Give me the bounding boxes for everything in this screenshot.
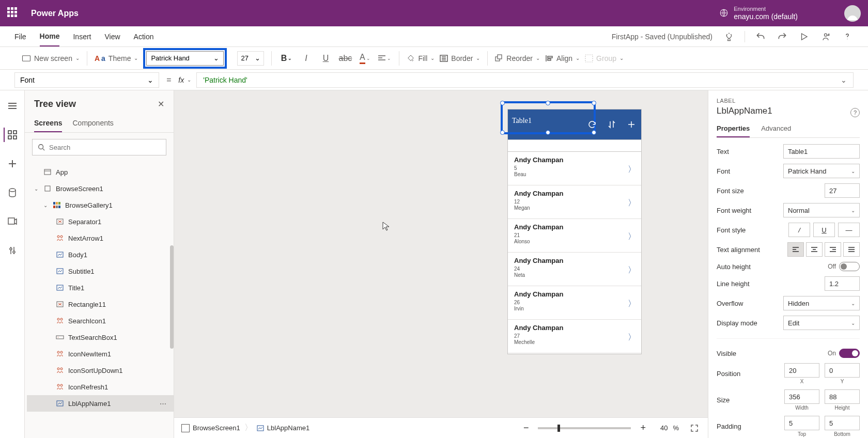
chevron-right-icon[interactable]: 〉	[628, 198, 636, 209]
tree-node-searchicon[interactable]: SearchIcon1	[27, 312, 174, 329]
tree-node-sort[interactable]: IconSortUpDown1	[27, 362, 174, 379]
prop-y-input[interactable]: 0	[825, 363, 860, 378]
close-panel-button[interactable]: ✕	[158, 99, 164, 109]
tree-node-subtitle[interactable]: Subtitle1	[27, 263, 174, 279]
menu-view[interactable]: View	[104, 27, 120, 46]
prop-padtop-input[interactable]: 5	[784, 416, 819, 430]
tab-screens[interactable]: Screens	[34, 115, 62, 132]
italic-toggle[interactable]: /	[788, 223, 810, 237]
prop-overflow-dropdown[interactable]: Hidden⌄	[783, 296, 860, 310]
list-item[interactable]: Andy Champan26Irvin〉	[508, 286, 641, 320]
chevron-right-icon[interactable]: 〉	[628, 231, 636, 242]
help-button[interactable]	[841, 30, 854, 43]
prop-fontsize-input[interactable]: 27	[825, 183, 860, 198]
strikethrough-button[interactable]: abc	[338, 51, 352, 66]
prop-displaymode-dropdown[interactable]: Edit⌄	[783, 316, 860, 330]
align-button[interactable]: Align ⌄	[545, 54, 580, 62]
data-icon[interactable]	[5, 185, 20, 200]
breadcrumb-control[interactable]: LblAppName1	[257, 424, 309, 432]
undo-button[interactable]	[754, 30, 767, 43]
preview-title-label[interactable]: Table1	[512, 117, 532, 125]
property-dropdown[interactable]: Font ⌄	[14, 72, 159, 88]
tree-node-body[interactable]: Body1	[27, 246, 174, 263]
fit-to-window-button[interactable]	[688, 422, 701, 434]
align-left-button[interactable]	[787, 242, 804, 257]
tree-node-browsescreen[interactable]: ⌄BrowseScreen1	[27, 180, 174, 197]
zoom-slider[interactable]	[538, 427, 631, 429]
hamburger-icon[interactable]	[5, 99, 20, 113]
preview-search-box[interactable]	[508, 139, 641, 152]
tab-properties[interactable]: Properties	[717, 121, 750, 137]
user-avatar[interactable]	[844, 5, 861, 22]
tree-node-nextarrow[interactable]: NextArrow1	[27, 230, 174, 246]
menu-insert[interactable]: Insert	[73, 27, 91, 46]
tab-components[interactable]: Components	[72, 115, 113, 132]
tree-node-lblappname[interactable]: LblAppName1⋯	[27, 395, 174, 412]
reorder-button[interactable]: Reorder ⌄	[495, 54, 540, 62]
prop-fontweight-dropdown[interactable]: Normal⌄	[783, 203, 860, 217]
tree-node-gallery[interactable]: ⌄BrowseGallery1	[27, 197, 174, 213]
prop-font-dropdown[interactable]: Patrick Hand⌄	[783, 164, 860, 178]
add-icon[interactable]	[623, 116, 640, 133]
insert-icon[interactable]	[5, 157, 20, 171]
list-item[interactable]: Andy Champan12Megan〉	[508, 185, 641, 219]
chevron-right-icon[interactable]: 〉	[628, 265, 636, 276]
prop-text-input[interactable]: Table1	[783, 144, 860, 159]
underline-button[interactable]: U	[318, 51, 333, 66]
chevron-right-icon[interactable]: 〉	[628, 299, 636, 309]
tree-search[interactable]	[32, 139, 166, 155]
refresh-icon[interactable]	[583, 116, 601, 133]
theme-button[interactable]: Aa Theme ⌄	[95, 54, 138, 62]
font-size-dropdown[interactable]: 27 ⌄	[237, 51, 264, 66]
play-button[interactable]	[798, 30, 810, 43]
share-button[interactable]	[819, 30, 832, 43]
advanced-icon[interactable]	[5, 243, 20, 258]
font-dropdown[interactable]: Patrick Hand ⌄	[146, 51, 224, 66]
media-icon[interactable]	[5, 214, 20, 229]
sort-icon[interactable]	[603, 116, 621, 133]
list-item[interactable]: Andy Champan21Alonso〉	[508, 219, 641, 253]
phone-preview[interactable]: Table1 Andy C	[507, 109, 642, 354]
prop-x-input[interactable]: 20	[784, 363, 819, 378]
prop-width-input[interactable]: 356	[784, 389, 819, 404]
align-justify-button[interactable]	[843, 242, 860, 257]
waffle-icon[interactable]	[7, 7, 20, 20]
redo-button[interactable]	[776, 30, 788, 43]
menu-file[interactable]: File	[14, 27, 26, 46]
tree-search-input[interactable]	[49, 144, 161, 151]
tree-node-app[interactable]: App	[27, 164, 174, 180]
tree-node-newitem[interactable]: IconNewItem1	[27, 346, 174, 362]
fill-button[interactable]: Fill ⌄	[407, 54, 435, 62]
formula-input[interactable]: 'Patrick Hand' ⌄	[196, 72, 854, 88]
bold-button[interactable]: B⌄	[279, 51, 293, 66]
align-right-button[interactable]	[825, 242, 841, 257]
zoom-in-button[interactable]: +	[640, 423, 646, 433]
tree-node-more-icon[interactable]: ⋯	[160, 400, 167, 408]
strikethrough-toggle[interactable]: —	[838, 223, 860, 237]
tree-node-separator[interactable]: Separator1	[27, 213, 174, 230]
tree-node-rectangle[interactable]: Rectangle11	[27, 296, 174, 312]
help-icon[interactable]: ?	[850, 108, 860, 117]
app-checker-icon[interactable]	[723, 30, 735, 43]
italic-button[interactable]: I	[299, 51, 313, 66]
prop-lineheight-input[interactable]: 1.2	[825, 276, 860, 291]
chevron-right-icon[interactable]: 〉	[628, 332, 636, 343]
tab-advanced[interactable]: Advanced	[761, 121, 791, 137]
tree-node-textsearch[interactable]: TextSearchBox1	[27, 329, 174, 346]
list-item[interactable]: Andy Champan27Mechelle〉	[508, 320, 641, 353]
menu-action[interactable]: Action	[134, 27, 154, 46]
environment-picker[interactable]: Environment enayu.com (default)	[719, 6, 798, 21]
breadcrumb-screen[interactable]: BrowseScreen1	[181, 424, 240, 432]
border-button[interactable]: Border ⌄	[440, 54, 480, 62]
text-align-button[interactable]: ⌄	[377, 51, 392, 66]
list-item[interactable]: Andy Champan24Neta〉	[508, 253, 641, 286]
visible-toggle[interactable]	[839, 349, 860, 358]
underline-toggle[interactable]: U	[813, 223, 835, 237]
new-screen-button[interactable]: New screen ⌄	[22, 54, 80, 62]
menu-home[interactable]: Home	[40, 27, 60, 46]
prop-height-input[interactable]: 88	[825, 389, 860, 404]
align-center-button[interactable]	[806, 242, 823, 257]
list-item[interactable]: Andy Champan5Beau〉	[508, 152, 641, 185]
tree-view-icon[interactable]	[4, 128, 18, 142]
prop-padbottom-input[interactable]: 5	[825, 416, 860, 430]
